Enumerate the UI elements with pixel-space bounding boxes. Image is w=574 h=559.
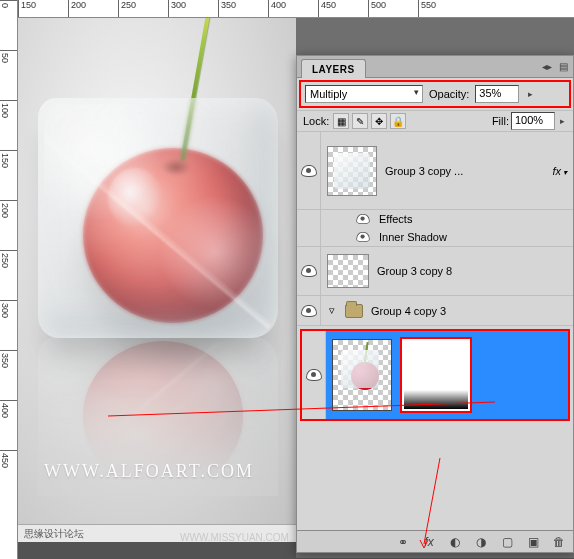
ruler-tick: 200 [68,0,118,17]
blend-opacity-row: Multiply Opacity: 35% ▸ [299,80,571,108]
ruler-tick: 400 [0,400,17,450]
visibility-eye-icon[interactable] [301,165,317,177]
layer-name[interactable]: Group 3 copy 8 [377,265,452,277]
document-canvas[interactable]: WWW.ALFOART.COM [18,18,296,524]
lock-position-icon[interactable]: ✥ [371,113,387,129]
ruler-tick: 450 [318,0,368,17]
lock-label: Lock: [303,115,329,127]
layer-thumbnail[interactable] [332,339,392,411]
lock-row: Lock: ▦ ✎ ✥ 🔒 Fill: 100% ▸ [297,110,573,132]
doc-bar-text: 思缘设计论坛 [24,527,84,540]
effects-label[interactable]: Effects [379,213,412,225]
layer-fx-badge[interactable]: fx [552,165,567,177]
ruler-tick: 450 [0,450,17,500]
fill-flyout-icon[interactable]: ▸ [557,116,567,126]
ruler-vertical: 0 50 100 150 200 250 300 350 400 450 [0,0,18,559]
panel-collapse-icon[interactable]: ◂▸ [541,60,553,72]
lock-all-icon[interactable]: 🔒 [390,113,406,129]
opacity-flyout-icon[interactable]: ▸ [525,89,535,99]
layer-row[interactable]: Group 3 copy ... fx [297,132,573,210]
opacity-input[interactable]: 35% [475,85,519,103]
ruler-tick: 250 [0,250,17,300]
adjustment-layer-icon[interactable]: ◑ [473,534,489,550]
layer-group-row[interactable]: ▿ Group 4 copy 3 [297,296,573,326]
layer-mask-thumbnail[interactable] [402,339,470,411]
fill-input[interactable]: 100% [511,112,555,130]
ruler-tick: 400 [268,0,318,17]
artwork: WWW.ALFOART.COM [18,18,296,524]
chevron-down-icon[interactable] [563,165,567,177]
lock-transparency-icon[interactable]: ▦ [333,113,349,129]
ruler-tick: 300 [168,0,218,17]
panel-tabstrip: LAYERS ◂▸ ▤ [297,56,573,78]
layer-thumbnail[interactable] [327,254,369,288]
ruler-tick: 50 [0,50,17,100]
ruler-tick: 150 [0,150,17,200]
ruler-horizontal: 150 200 250 300 350 400 450 500 550 [18,0,574,18]
visibility-eye-icon[interactable] [356,214,370,224]
add-mask-icon[interactable]: ◐ [447,534,463,550]
layer-style-icon[interactable]: fx [421,534,437,550]
layer-row[interactable]: Group 3 copy 8 [297,246,573,296]
ruler-tick: 0 [0,0,17,50]
opacity-label: Opacity: [429,88,469,100]
effect-inner-shadow[interactable]: Inner Shadow [379,231,447,243]
blend-mode-select[interactable]: Multiply [305,85,423,103]
layer-name[interactable]: Group 3 copy ... [385,165,463,177]
ruler-tick: 500 [368,0,418,17]
visibility-eye-icon[interactable] [306,369,322,381]
ruler-tick: 350 [218,0,268,17]
ruler-tick: 300 [0,300,17,350]
layer-name[interactable]: Group 4 copy 3 [371,305,446,317]
folder-icon [345,304,363,318]
new-layer-icon[interactable]: ▣ [525,534,541,550]
effects-row: Effects Inner Shadow [297,210,573,246]
ruler-tick: 250 [118,0,168,17]
delete-layer-icon[interactable]: 🗑 [551,534,567,550]
ice-cube [38,98,278,338]
footer-credit: WWW.MISSYUAN.COM [180,532,289,543]
layer-list: Group 3 copy ... fx Effects Inner Shadow [297,132,573,530]
disclosure-triangle-icon[interactable]: ▿ [327,304,337,317]
visibility-eye-icon[interactable] [301,305,317,317]
new-group-icon[interactable]: ▢ [499,534,515,550]
ruler-tick: 200 [0,200,17,250]
tab-layers[interactable]: LAYERS [301,59,366,78]
ruler-tick: 550 [418,0,468,17]
layer-thumbnail[interactable] [327,146,377,196]
selected-layer-row[interactable] [300,329,570,421]
layers-panel-footer: ⚭ fx ◐ ◑ ▢ ▣ 🗑 [297,530,573,552]
fill-label: Fill: [492,115,509,127]
visibility-eye-icon[interactable] [356,232,370,242]
ruler-tick: 100 [0,100,17,150]
link-layers-icon[interactable]: ⚭ [395,534,411,550]
lock-buttons: ▦ ✎ ✥ 🔒 [333,113,406,129]
lock-pixels-icon[interactable]: ✎ [352,113,368,129]
ruler-tick: 150 [18,0,68,17]
visibility-eye-icon[interactable] [301,265,317,277]
ruler-tick: 350 [0,350,17,400]
panel-menu-icon[interactable]: ▤ [557,60,569,72]
layers-panel: LAYERS ◂▸ ▤ Multiply Opacity: 35% ▸ Lock… [296,55,574,553]
watermark-text: WWW.ALFOART.COM [44,461,254,482]
